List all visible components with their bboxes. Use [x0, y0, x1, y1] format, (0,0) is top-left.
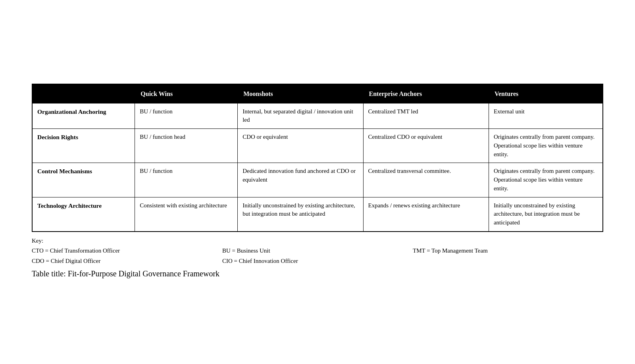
row-ms-tech-arch: Initially unconstrained by existing arch…	[238, 197, 363, 232]
row-label-tech-arch: Technology Architecture	[32, 197, 135, 232]
table-title: Table title: Fit-for-Purpose Digital Gov…	[32, 267, 603, 280]
footer-cto: CTO = Chief Transformation Officer	[32, 247, 120, 254]
footer-line2-col2: CIO = Chief Innovation Officer	[222, 256, 413, 266]
table-row: Control Mechanisms BU / function Dedicat…	[32, 163, 603, 197]
row-v-decision-rights: Originates centrally from parent company…	[489, 129, 603, 163]
row-label-decision-rights: Decision Rights	[32, 129, 135, 163]
row-qw-decision-rights: BU / function head	[135, 129, 238, 163]
table-row: Organizational Anchoring BU / function I…	[32, 103, 603, 129]
table-row: Decision Rights BU / function head CDO o…	[32, 129, 603, 163]
footer-section: Key: CTO = Chief Transformation Officer …	[32, 236, 603, 281]
row-ea-control-mechanisms: Centralized transversal committee.	[363, 163, 489, 197]
footer-cio: CIO = Chief Innovation Officer	[222, 258, 298, 264]
row-ms-control-mechanisms: Dedicated innovation fund anchored at CD…	[238, 163, 363, 197]
row-v-tech-arch: Initially unconstrained by existing arch…	[489, 197, 603, 232]
footer-cdo: CDO = Chief Digital Officer	[32, 258, 100, 264]
header-col1: Quick Wins	[135, 84, 238, 103]
row-v-control-mechanisms: Originates centrally from parent company…	[489, 163, 603, 197]
row-qw-org-anchoring: BU / function	[135, 103, 238, 129]
row-label-org-anchoring: Organizational Anchoring	[32, 103, 135, 129]
footer-tmt: TMT = Top Management Team	[413, 247, 488, 254]
header-col0	[32, 84, 135, 103]
row-label-control-mechanisms: Control Mechanisms	[32, 163, 135, 197]
footer-line2-col3	[413, 256, 603, 266]
header-col3: Enterprise Anchors	[363, 84, 489, 103]
footer-line1-col3: TMT = Top Management Team	[413, 246, 603, 256]
footer-bu: BU = Business Unit	[222, 247, 270, 254]
row-v-org-anchoring: External unit	[489, 103, 603, 129]
table-row: Technology Architecture Consistent with …	[32, 197, 603, 232]
footer-key-label: Key:	[32, 236, 603, 246]
row-ea-org-anchoring: Centralized TMT led	[363, 103, 489, 129]
header-col2: Moonshots	[238, 84, 363, 103]
footer-definitions: CTO = Chief Transformation Officer BU = …	[32, 246, 603, 266]
governance-table: Quick Wins Moonshots Enterprise Anchors …	[32, 84, 603, 232]
footer-line1-col1: CTO = Chief Transformation Officer	[32, 246, 222, 256]
footer-line2-col1: CDO = Chief Digital Officer	[32, 256, 222, 266]
header-col4: Ventures	[489, 84, 603, 103]
row-ms-org-anchoring: Internal, but separated digital / innova…	[238, 103, 363, 129]
page-wrapper: Quick Wins Moonshots Enterprise Anchors …	[24, 72, 611, 293]
row-qw-tech-arch: Consistent with existing architecture	[135, 197, 238, 232]
row-ms-decision-rights: CDO or equivalent	[238, 129, 363, 163]
row-ea-tech-arch: Expands / renews existing architecture	[363, 197, 489, 232]
row-ea-decision-rights: Centralized CDO or equivalent	[363, 129, 489, 163]
header-row: Quick Wins Moonshots Enterprise Anchors …	[32, 84, 603, 103]
row-qw-control-mechanisms: BU / function	[135, 163, 238, 197]
footer-line1-col2: BU = Business Unit	[222, 246, 413, 256]
